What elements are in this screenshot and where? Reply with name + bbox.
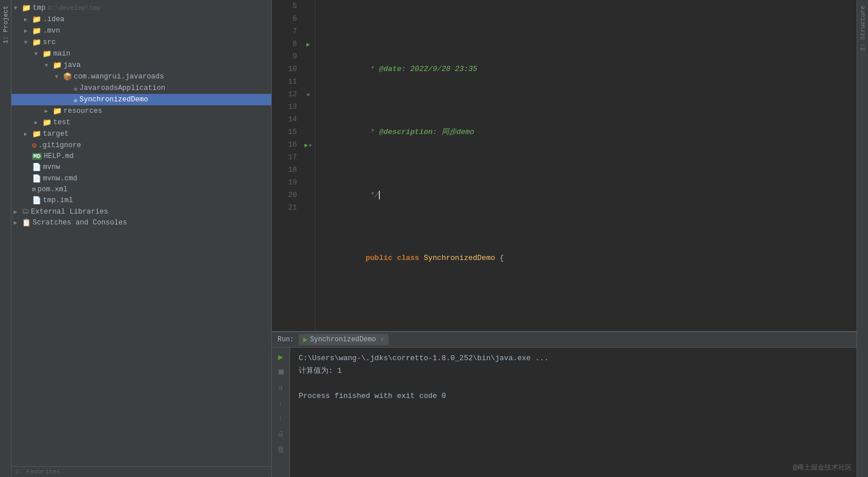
gutter-row: [302, 76, 315, 88]
scroll-up-button[interactable]: ↑: [275, 412, 287, 425]
gutter-row: [302, 0, 315, 13]
tree-item-mvnwcmd[interactable]: 📄 mvnw.cmd: [11, 173, 271, 184]
gutter-row: [302, 176, 315, 189]
restore-button[interactable]: ↺: [275, 381, 287, 394]
clear-button[interactable]: 🗑: [275, 443, 287, 456]
code-line-9: [321, 302, 851, 315]
project-tab[interactable]: 1: Project: [1, 2, 10, 47]
bookmark-icon: ◆: [306, 91, 310, 98]
tree-item-synchronized-demo[interactable]: ☕ SynchronizedDemo: [11, 94, 271, 105]
arrow-icon: ▶: [24, 131, 32, 137]
tree-item-mvn[interactable]: ▶ 📁 .mvn: [11, 25, 271, 37]
line-num: 14: [274, 113, 297, 126]
line-num: 8: [274, 38, 297, 50]
tree-label: Scratches and Consoles: [33, 219, 127, 227]
rerun-button[interactable]: ▶: [275, 350, 287, 363]
scratches-icon: 📋: [22, 218, 31, 227]
folder-icon: 📁: [42, 118, 51, 127]
close-tab-button[interactable]: ×: [381, 336, 385, 343]
tree-label: tmp: [33, 4, 46, 12]
stop-button[interactable]: ⏹: [275, 366, 287, 379]
tree-label: com.wangrui.javaroads: [74, 73, 164, 81]
line-num: 20: [274, 189, 297, 202]
print-button[interactable]: 🖨: [275, 428, 287, 440]
tree-label: SynchronizedDemo: [80, 96, 148, 104]
folder-icon: 📁: [32, 129, 41, 139]
arrow-icon: ▶: [24, 27, 32, 34]
comment-tag: @description:: [379, 128, 437, 136]
tree-path: D:\develop\tmp: [48, 5, 101, 11]
cursor: [379, 191, 380, 199]
tree-item-tmp[interactable]: ▼ 📁 tmp D:\develop\tmp: [11, 2, 271, 14]
run-icon[interactable]: ▶: [306, 41, 310, 48]
tree-item-scratches[interactable]: ▶ 📋 Scratches and Consoles: [11, 217, 271, 228]
gutter-row: [302, 25, 315, 38]
gutter-row: [302, 13, 315, 25]
package-icon: 📦: [63, 72, 72, 81]
gutter-run-8[interactable]: ▶: [302, 38, 315, 50]
file-tree[interactable]: ▼ 📁 tmp D:\develop\tmp ▶ 📁 .idea ▶ 📁 .mv…: [11, 0, 271, 466]
output-line-3: Process finished with exit code 0: [299, 390, 848, 403]
run-icon[interactable]: ▶: [304, 141, 308, 149]
tree-label: mvnw: [43, 163, 60, 171]
tree-item-main[interactable]: ▼ 📁 main: [11, 48, 271, 60]
gutter-bookmark-12[interactable]: ◆: [302, 88, 315, 101]
tree-label: main: [53, 50, 70, 58]
arrow-icon: ▼: [34, 51, 42, 57]
tree-item-java[interactable]: ▼ 📁 java: [11, 60, 271, 71]
gutter-row: [302, 113, 315, 126]
arrow-icon: ▶: [34, 119, 42, 126]
keyword: public: [366, 254, 397, 262]
tree-item-idea[interactable]: ▶ 📁 .idea: [11, 14, 271, 25]
left-panel-tabs: 1: Project: [0, 0, 11, 477]
tree-item-external-libs[interactable]: ▶ 🗂 External Libraries: [11, 206, 271, 217]
structure-tab[interactable]: 2: Structure: [858, 2, 867, 54]
run-tab[interactable]: ▶ SynchronizedDemo ×: [299, 334, 389, 345]
tree-item-help[interactable]: MD HELP.md: [11, 151, 271, 161]
folder-icon: 📁: [53, 107, 62, 116]
tree-item-gitignore[interactable]: ⚙ .gitignore: [11, 140, 271, 151]
tree-item-tmpiml[interactable]: 📄 tmp.iml: [11, 195, 271, 206]
arrow-icon: ▼: [24, 40, 32, 46]
tree-label: .mvn: [43, 27, 60, 35]
output-line-2: 计算值为: 1: [299, 365, 848, 377]
run-panel-header: Run: ▶ SynchronizedDemo ×: [272, 332, 857, 348]
tree-item-src[interactable]: ▼ 📁 src: [11, 37, 271, 48]
punct: {: [500, 254, 504, 262]
run-label: Run:: [278, 336, 294, 344]
gutter-run-16[interactable]: ▶ ◆: [302, 139, 315, 151]
tree-label: mvnw.cmd: [43, 175, 77, 183]
main-area: 5 6 7 8 9 10 11 12 13 14 15 16 17 18 19 …: [272, 0, 857, 477]
arrow-icon: ▶: [14, 219, 22, 226]
line-num: 17: [274, 151, 297, 164]
md-icon: MD: [32, 153, 42, 160]
tree-label: .idea: [43, 15, 65, 23]
file-icon: 📄: [32, 174, 41, 183]
tree-item-test[interactable]: ▶ 📁 test: [11, 117, 271, 128]
tree-label: tmp.iml: [43, 196, 73, 204]
output-line-1: C:\Users\wang-\.jdks\corretto-1.8.0_252\…: [299, 352, 848, 365]
tree-label: target: [43, 130, 69, 138]
line-num: 13: [274, 101, 297, 113]
tree-item-resources[interactable]: ▶ 📁 resources: [11, 105, 271, 117]
tree-item-pom[interactable]: m pom.xml: [11, 184, 271, 195]
git-icon: ⚙: [32, 141, 37, 150]
scroll-down-button[interactable]: ↓: [275, 397, 287, 409]
folder-icon: 📁: [32, 26, 41, 36]
tree-item-target[interactable]: ▶ 📁 target: [11, 128, 271, 140]
code-content[interactable]: * @date: 2022/9/28 23:35 * @description:…: [315, 0, 857, 331]
tree-label: test: [53, 119, 70, 127]
tree-item-mvnw[interactable]: 📄 mvnw: [11, 161, 271, 173]
comment-val: 同步demo: [437, 128, 474, 136]
run-tab-label: SynchronizedDemo: [310, 336, 376, 344]
arrow-icon: ▼: [55, 74, 63, 80]
file-icon: 📄: [32, 163, 41, 172]
folder-icon: 📁: [32, 38, 41, 47]
tree-item-javaroads-app[interactable]: ☕ JavaroadsApplication: [11, 82, 271, 94]
run-body: ▶ ⏹ ↺ ↓ ↑ 🖨 🗑 C:\Users\wang-\.jdks\corre…: [272, 348, 857, 477]
run-panel: Run: ▶ SynchronizedDemo × ▶ ⏹ ↺ ↓ ↑ 🖨 🗑: [272, 331, 857, 477]
tree-item-package[interactable]: ▼ 📦 com.wangrui.javaroads: [11, 71, 271, 82]
line-num: 6: [274, 13, 297, 25]
arrow-icon: ▶: [45, 108, 53, 115]
gutter-row: [302, 101, 315, 113]
